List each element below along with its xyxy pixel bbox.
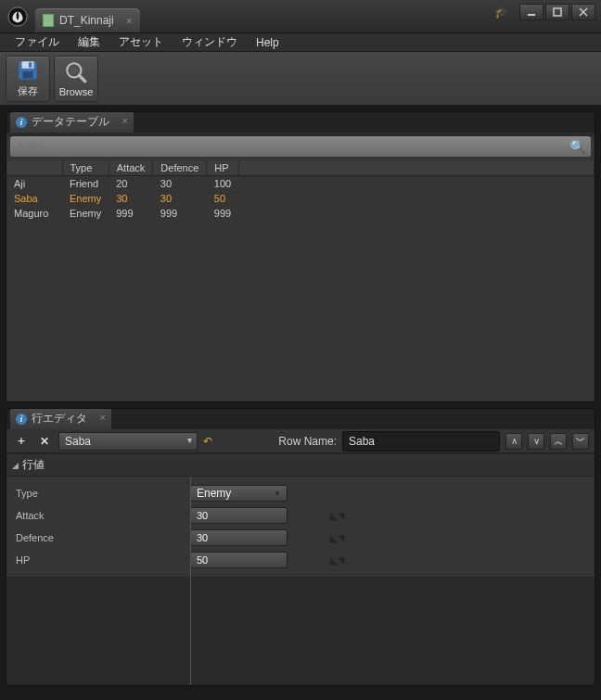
prop-hp-label: HP xyxy=(16,554,183,566)
spin-handle-icon[interactable]: ◣◥ xyxy=(330,555,343,566)
close-icon[interactable]: × xyxy=(126,15,133,28)
svg-rect-6 xyxy=(22,61,34,69)
menu-help[interactable]: Help xyxy=(247,34,288,51)
datatable-doc-icon xyxy=(43,14,54,27)
search-input[interactable] xyxy=(16,140,569,153)
rowname-label: Row Name: xyxy=(278,435,337,448)
prop-attack-label: Attack xyxy=(16,510,183,521)
browse-button[interactable]: Browse xyxy=(54,56,98,102)
column-divider[interactable] xyxy=(190,477,191,686)
menu-bar: ファイル 編集 アセット ウィンドウ Help xyxy=(0,33,601,52)
prop-attack-input[interactable]: ◣◥ xyxy=(190,507,288,524)
search-icon: 🔍 xyxy=(569,139,585,154)
prop-defence-input[interactable]: ◣◥ xyxy=(190,529,288,546)
spin-handle-icon[interactable]: ◣◥ xyxy=(330,533,343,543)
info-icon: i xyxy=(16,117,27,128)
search-field[interactable]: 🔍 xyxy=(10,136,591,157)
svg-point-0 xyxy=(8,7,27,26)
delete-row-button[interactable]: ✕ xyxy=(36,433,53,450)
expand-all-button[interactable]: ︾ xyxy=(572,433,589,450)
datatable-panel-tab[interactable]: i データテーブル × xyxy=(10,111,134,133)
roweditor-panel: i 行エディタ × ＋ ✕ Saba ↶ Row Name: ∧ ∨ ︽ ︾ 行… xyxy=(6,408,595,686)
close-window-button[interactable] xyxy=(571,4,595,20)
roweditor-panel-title: 行エディタ xyxy=(32,411,87,426)
col-hp[interactable]: HP xyxy=(207,160,238,176)
next-row-button[interactable]: ∨ xyxy=(528,433,544,450)
spin-handle-icon[interactable]: ◣◥ xyxy=(330,511,343,521)
menu-edit[interactable]: 編集 xyxy=(69,32,109,52)
prop-type-select[interactable]: Enemy xyxy=(190,485,288,502)
rowname-input[interactable] xyxy=(342,431,500,452)
svg-rect-8 xyxy=(29,62,32,67)
datatable-panel-title: データテーブル xyxy=(32,114,109,130)
document-tab[interactable]: DT_Kinnaji × xyxy=(35,8,140,32)
data-table: Type Attack Defence HP AjiFriend2030100S… xyxy=(6,160,595,221)
save-icon xyxy=(16,58,40,83)
titlebar: DT_Kinnaji × 🎓 xyxy=(0,0,601,33)
save-label: 保存 xyxy=(18,84,38,98)
reset-icon[interactable]: ↶ xyxy=(203,435,212,448)
table-row[interactable]: SabaEnemy303050 xyxy=(6,191,595,206)
roweditor-toolbar: ＋ ✕ Saba ↶ Row Name: ∧ ∨ ︽ ︾ xyxy=(6,429,595,453)
menu-file[interactable]: ファイル xyxy=(6,32,69,52)
tutorial-icon[interactable]: 🎓 xyxy=(494,6,508,19)
prop-type-label: Type xyxy=(16,488,183,499)
maximize-button[interactable] xyxy=(545,4,569,20)
close-icon[interactable]: × xyxy=(122,115,128,126)
datatable-panel: i データテーブル × 🔍 Type Attack Defence HP Aji… xyxy=(6,111,595,402)
table-row[interactable]: AjiFriend2030100 xyxy=(6,176,595,192)
browse-label: Browse xyxy=(59,86,94,97)
unreal-logo-icon xyxy=(7,6,28,27)
document-tab-title: DT_Kinnaji xyxy=(59,14,114,27)
menu-asset[interactable]: アセット xyxy=(109,32,173,52)
info-icon: i xyxy=(16,414,27,425)
prop-hp-input[interactable]: ◣◥ xyxy=(190,552,288,568)
section-header[interactable]: 行値 xyxy=(6,453,595,477)
row-select-dropdown[interactable]: Saba xyxy=(58,432,198,451)
col-name[interactable] xyxy=(6,160,62,176)
save-button[interactable]: 保存 xyxy=(6,56,50,102)
svg-point-10 xyxy=(70,66,79,74)
toolbar: 保存 Browse xyxy=(0,52,601,106)
minimize-button[interactable] xyxy=(519,4,543,20)
prop-defence-label: Defence xyxy=(16,532,183,543)
browse-icon xyxy=(64,60,88,84)
roweditor-panel-tab[interactable]: i 行エディタ × xyxy=(10,408,111,429)
table-row[interactable]: MaguroEnemy999999999 xyxy=(6,206,595,221)
close-icon[interactable]: × xyxy=(100,412,106,423)
col-defence[interactable]: Defence xyxy=(153,160,207,176)
collapse-all-button[interactable]: ︽ xyxy=(550,433,567,450)
table-header-row: Type Attack Defence HP xyxy=(6,160,595,176)
svg-rect-2 xyxy=(554,8,561,16)
col-attack[interactable]: Attack xyxy=(109,160,153,176)
add-row-button[interactable]: ＋ xyxy=(12,431,31,451)
col-type[interactable]: Type xyxy=(62,160,109,176)
prev-row-button[interactable]: ∧ xyxy=(505,433,522,450)
datatable-scroll[interactable]: Type Attack Defence HP AjiFriend2030100S… xyxy=(6,160,595,401)
property-grid: Type Enemy Attack ◣◥ Defence ◣◥ HP ◣◥ xyxy=(6,477,595,577)
menu-window[interactable]: ウィンドウ xyxy=(173,32,247,52)
svg-line-11 xyxy=(79,75,85,82)
svg-rect-7 xyxy=(23,71,33,79)
